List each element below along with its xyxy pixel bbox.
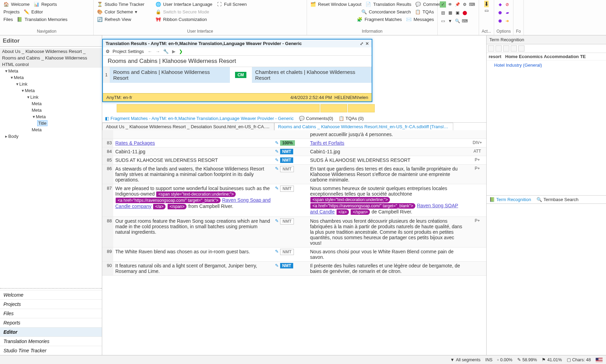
act-icon-2[interactable]: ▭ bbox=[485, 8, 489, 13]
fullscreen-button[interactable]: ⛶Full Screen bbox=[214, 1, 249, 8]
opt-icon-3[interactable]: ⬣ bbox=[497, 10, 503, 16]
lang-flag[interactable] bbox=[596, 358, 603, 362]
mini-icon-1[interactable]: ✓ bbox=[440, 1, 446, 8]
mini-icon-8[interactable]: ▣ bbox=[454, 10, 460, 16]
nav-tm[interactable]: Translation Memories bbox=[0, 337, 102, 346]
term-tool-2[interactable] bbox=[496, 45, 502, 52]
file-tab-1[interactable]: About Us _ Klahoose Wilderness Resort _ bbox=[0, 48, 102, 55]
opt-icon-2[interactable]: ⊘ bbox=[504, 1, 510, 8]
nav-reports[interactable]: Reports bbox=[0, 318, 102, 327]
project-settings-link[interactable]: Project Settings bbox=[113, 49, 144, 54]
mini-icon-12[interactable]: 🔍 bbox=[454, 18, 460, 24]
messages-button[interactable]: ✉️Messages bbox=[404, 16, 436, 23]
tool-icon[interactable]: 🔧 bbox=[162, 49, 170, 54]
close-icon[interactable]: ✕ bbox=[365, 41, 369, 46]
tm-button[interactable]: 📗Translation Memories bbox=[15, 16, 70, 23]
mini-icon-4[interactable]: ⚙ bbox=[461, 1, 468, 8]
tr-result-row[interactable]: 1 Rooms and Cabins | Klahoose Wilderness… bbox=[103, 67, 372, 83]
grid-row[interactable]: 89 The White Raven blend was chosen as o… bbox=[102, 247, 486, 262]
tr-window-title[interactable]: Translation Results - AnyTM: en-fr,Machi… bbox=[103, 40, 372, 47]
term-tool-3[interactable] bbox=[503, 45, 509, 52]
tree-meta[interactable]: Meta bbox=[0, 107, 102, 113]
mini-icon-6[interactable]: ▤ bbox=[440, 10, 446, 16]
mini-icon-2[interactable]: 👁 bbox=[447, 1, 453, 8]
tree-meta[interactable]: Meta bbox=[0, 100, 102, 107]
grid-row[interactable]: 84 Cabin1-11.jpg ✎NMT Cabin1-11.jpg ATT bbox=[102, 147, 486, 156]
editor-button[interactable]: ✏️Editor bbox=[22, 8, 45, 15]
projects-button[interactable]: Projects bbox=[1, 8, 22, 15]
grid-row[interactable]: 88 Our guest rooms feature the Raven Son… bbox=[102, 217, 486, 247]
tab-fragment[interactable]: ◧ Fragment Matches - AnyTM: en-fr,Machin… bbox=[105, 116, 294, 121]
mini-icon-7[interactable]: ▦ bbox=[447, 10, 453, 16]
pin-icon[interactable]: ⤢ bbox=[360, 41, 363, 46]
opt-icon-4[interactable]: ▰ bbox=[504, 10, 510, 16]
tree-meta[interactable]: ▾Meta bbox=[0, 74, 102, 81]
grid-row[interactable]: 86 As stewards of the lands and waters, … bbox=[102, 165, 486, 184]
welcome-button[interactable]: 🏠Welcome bbox=[1, 1, 32, 8]
tab-comments[interactable]: 💬 Comments(0) bbox=[299, 116, 333, 121]
ins-mode[interactable]: INS bbox=[485, 357, 492, 362]
term-tool-1[interactable] bbox=[488, 45, 494, 52]
nav-files[interactable]: Files bbox=[0, 309, 102, 318]
file-tab-rooms[interactable]: Rooms and Cabins _ Klahoose Wilderness R… bbox=[274, 123, 453, 130]
back-icon[interactable]: ← bbox=[147, 49, 153, 54]
refresh-button[interactable]: 🔄Refresh View bbox=[95, 16, 153, 23]
grid-row[interactable]: 83 Rates & Packages ✎100% Tarifs et Forf… bbox=[102, 139, 486, 147]
mini-icon-9[interactable]: ⬤ bbox=[461, 10, 468, 16]
tree-meta[interactable]: ▾Meta bbox=[0, 87, 102, 94]
filter-status[interactable]: ▼ All segments bbox=[450, 357, 480, 362]
colorscheme-button[interactable]: 🎨Color Scheme ▾ bbox=[95, 8, 153, 15]
mini-icon-5[interactable]: ⌨ bbox=[469, 1, 475, 8]
term-entry[interactable]: Hotel Industry (General) bbox=[489, 62, 603, 68]
gear-icon[interactable]: ⚙ bbox=[106, 49, 110, 54]
segment-grid[interactable]: peuvent accueillir jusqu'à 4 personnes. … bbox=[102, 130, 486, 355]
html-control[interactable]: HTML control bbox=[0, 61, 102, 68]
grid-row[interactable]: 90 It features natural oils and a light … bbox=[102, 262, 486, 276]
reset-layout-button[interactable]: 🗂️Reset Window Layout bbox=[308, 1, 363, 8]
reports-button[interactable]: 📊Reports bbox=[32, 1, 59, 8]
nav-welcome[interactable]: Welcome bbox=[0, 290, 102, 299]
stt-button[interactable]: ⏳Studio Time Tracker bbox=[95, 1, 153, 8]
nav-editor[interactable]: Editor bbox=[0, 327, 102, 337]
link[interactable]: Rates & Packages bbox=[115, 140, 155, 146]
grid-row[interactable]: peuvent accueillir jusqu'à 4 personnes. bbox=[102, 130, 486, 139]
fragment-button[interactable]: 🧩Fragment Matches bbox=[355, 16, 404, 23]
nav-projects[interactable]: Projects bbox=[0, 299, 102, 309]
opt-icon-5[interactable]: ⬣ bbox=[497, 18, 503, 24]
mini-icon-3[interactable]: 📌 bbox=[454, 1, 460, 8]
opt-icon-6[interactable]: ➜ bbox=[504, 18, 510, 24]
tr-results-button[interactable]: 📄Translation Results bbox=[363, 1, 413, 8]
tree-meta[interactable]: Meta bbox=[0, 126, 102, 133]
play-icon[interactable]: ▶ bbox=[171, 49, 177, 54]
tab-tb-search[interactable]: 🔍 Termbase Search bbox=[536, 197, 578, 202]
tree-title[interactable]: Title bbox=[0, 120, 102, 126]
file-tab-about[interactable]: About Us _ Klahoose Wilderness Resort _ … bbox=[102, 123, 274, 130]
mini-icon-13[interactable]: ⌨ bbox=[461, 18, 468, 24]
grid-row[interactable]: 85 SUDS AT KLAHOOSE WILDERNESS RESORT ✎N… bbox=[102, 156, 486, 165]
tree-meta[interactable]: ▾Meta bbox=[0, 113, 102, 120]
uilang-button[interactable]: 🌐User Interface Language bbox=[153, 1, 214, 8]
act-icon-1[interactable]: ⬇ bbox=[484, 1, 489, 7]
tab-term-recog[interactable]: 📗 Term Recognition bbox=[489, 197, 531, 202]
term-tool-4[interactable] bbox=[511, 45, 517, 52]
tgt-cell[interactable]: peuvent accueillir jusqu'à 4 personnes. bbox=[308, 130, 468, 139]
doc-tree[interactable]: About Us _ Klahoose Wilderness Resort _ … bbox=[0, 47, 102, 287]
mini-icon-11[interactable]: ▼ bbox=[447, 18, 453, 24]
grid-row[interactable]: 87 We are pleased to support some wonder… bbox=[102, 184, 486, 217]
mini-icon-10[interactable]: ▭ bbox=[440, 18, 446, 24]
term-tool-5[interactable] bbox=[518, 45, 524, 52]
file-tab-2[interactable]: Rooms and Cabins _ Klahoose Wilderness bbox=[0, 55, 102, 61]
tree-link[interactable]: ▾Link bbox=[0, 81, 102, 87]
concordance-button[interactable]: 🔍Concordance Search bbox=[359, 8, 413, 15]
tree-link[interactable]: ▾Link bbox=[0, 94, 102, 100]
tree-meta[interactable]: ▾Meta bbox=[0, 68, 102, 74]
tqas-button[interactable]: 📋TQAs bbox=[413, 8, 436, 15]
ribboncust-button[interactable]: 🎀Ribbon Customization bbox=[153, 16, 209, 23]
nav-stt[interactable]: Studio Time Tracker bbox=[0, 346, 102, 355]
files-button[interactable]: Files bbox=[1, 16, 15, 23]
tree-body[interactable]: ▸Body bbox=[0, 133, 102, 140]
tab-tqas[interactable]: 📋 TQAs (0) bbox=[339, 116, 364, 121]
next-icon[interactable]: ❯ bbox=[178, 49, 184, 54]
link[interactable]: Tarifs et Forfaits bbox=[310, 140, 344, 146]
opt-icon-1[interactable]: ◆ bbox=[497, 1, 503, 8]
